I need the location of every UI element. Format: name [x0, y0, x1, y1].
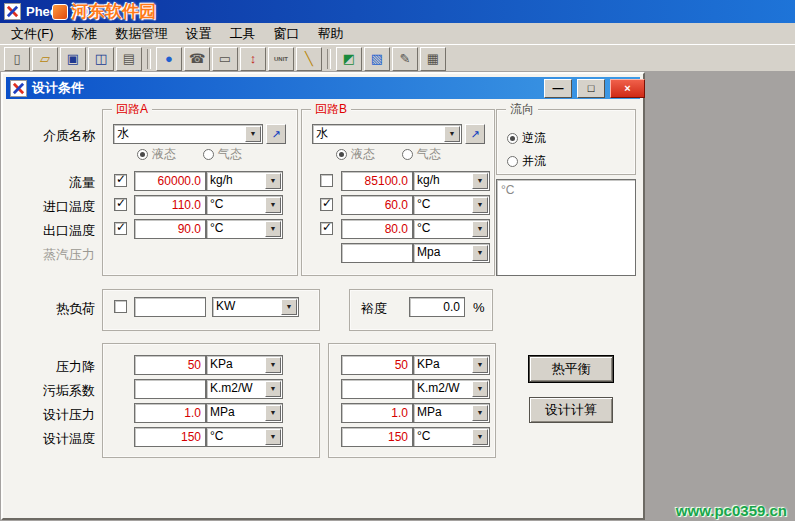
printer-icon[interactable]: ▦ — [420, 47, 446, 71]
chevron-down-icon[interactable] — [265, 405, 281, 421]
chevron-down-icon[interactable] — [265, 197, 281, 213]
toolbar-separator — [327, 49, 331, 69]
inlet-b-checkbox[interactable] — [320, 198, 333, 211]
chevron-down-icon[interactable] — [472, 221, 488, 237]
chevron-down-icon[interactable] — [472, 357, 488, 373]
design-pressure-b-unit-combobox[interactable]: MPa — [413, 403, 490, 423]
chevron-down-icon[interactable] — [472, 405, 488, 421]
state-liquid-b-radio[interactable]: 液态 — [336, 146, 375, 163]
design-pressure-a-unit-combobox[interactable]: MPa — [206, 403, 283, 423]
chevron-down-icon[interactable] — [472, 429, 488, 445]
margin-input[interactable] — [409, 297, 465, 317]
outlet-a-input[interactable] — [134, 219, 206, 239]
chevron-down-icon[interactable] — [444, 126, 460, 142]
balance-icon[interactable]: ↕ — [240, 47, 266, 71]
medium-b-combobox[interactable]: 水 — [312, 124, 462, 144]
heat-load-input[interactable] — [134, 297, 206, 317]
steam-pressure-b-unit-combobox[interactable]: Mpa — [413, 243, 490, 263]
chevron-down-icon[interactable] — [472, 381, 488, 397]
fouling-b-input[interactable] — [341, 379, 413, 399]
outlet-b-checkbox[interactable] — [320, 222, 333, 235]
chevron-down-icon[interactable] — [265, 173, 281, 189]
save-all-icon[interactable]: ◫ — [88, 47, 114, 71]
steam-pressure-b-input[interactable] — [341, 243, 413, 263]
card-icon[interactable]: ▭ — [212, 47, 238, 71]
menu-item-standard[interactable]: 标准 — [63, 23, 107, 45]
heat-load-unit-combobox[interactable]: KW — [212, 297, 299, 317]
unit-icon[interactable]: UNIT — [268, 47, 294, 71]
inlet-a-unit-combobox[interactable]: °C — [206, 195, 283, 215]
design-temp-a-input[interactable] — [134, 427, 206, 447]
new-icon[interactable]: ▯ — [4, 47, 30, 71]
menu-item-window[interactable]: 窗口 — [265, 23, 309, 45]
minimize-button[interactable]: — — [544, 79, 572, 98]
chevron-down-icon[interactable] — [265, 221, 281, 237]
phone-icon[interactable]: ☎ — [184, 47, 210, 71]
fouling-a-unit-combobox[interactable]: K.m2/W — [206, 379, 283, 399]
menu-item-file[interactable]: 文件(F) — [2, 23, 63, 45]
state-liquid-a-radio[interactable]: 液态 — [137, 146, 176, 163]
heat-balance-button[interactable]: 热平衡 — [529, 356, 613, 382]
flow-b-checkbox[interactable] — [320, 174, 333, 187]
chevron-down-icon[interactable] — [245, 126, 261, 142]
state-gas-b-radio[interactable]: 气态 — [402, 146, 441, 163]
design-pressure-b-input[interactable] — [341, 403, 413, 423]
outlet-b-input[interactable] — [341, 219, 413, 239]
menu-item-help[interactable]: 帮助 — [309, 23, 353, 45]
menu-item-tools[interactable]: 工具 — [221, 23, 265, 45]
chevron-down-icon[interactable] — [281, 299, 297, 315]
menu-item-settings[interactable]: 设置 — [177, 23, 221, 45]
design-temp-b-input[interactable] — [341, 427, 413, 447]
design-temp-a-unit: °C — [207, 428, 264, 446]
outlet-a-unit: °C — [207, 220, 264, 238]
flow-a-input[interactable] — [134, 171, 206, 191]
pressure-drop-b-input[interactable] — [341, 355, 413, 375]
save-icon[interactable]: ▣ — [60, 47, 86, 71]
design-temp-a-unit-combobox[interactable]: °C — [206, 427, 283, 447]
preview-icon[interactable]: ▤ — [116, 47, 142, 71]
flow-a-checkbox[interactable] — [114, 174, 127, 187]
wrench-icon[interactable]: ╲ — [296, 47, 322, 71]
chart-icon[interactable]: ▧ — [364, 47, 390, 71]
chevron-down-icon[interactable] — [472, 197, 488, 213]
medium-b-select-button[interactable]: ↗ — [465, 124, 485, 144]
chevron-down-icon[interactable] — [472, 245, 488, 261]
restore-button[interactable]: □ — [577, 79, 605, 98]
outlet-b-unit-combobox[interactable]: °C — [413, 219, 490, 239]
menu-item-data-management[interactable]: 数据管理 — [107, 23, 177, 45]
pressure-drop-a-input[interactable] — [134, 355, 206, 375]
close-icon: × — [624, 83, 630, 94]
dialog-titlebar[interactable]: 设计条件 — □ × — [6, 77, 640, 99]
chevron-down-icon[interactable] — [265, 381, 281, 397]
inlet-a-checkbox[interactable] — [114, 198, 127, 211]
state-gas-a-radio[interactable]: 气态 — [203, 146, 242, 163]
close-button[interactable]: × — [610, 79, 645, 98]
design-pressure-a-input[interactable] — [134, 403, 206, 423]
flow-b-input[interactable] — [341, 171, 413, 191]
pressure-drop-a-unit-combobox[interactable]: KPa — [206, 355, 283, 375]
outlet-a-checkbox[interactable] — [114, 222, 127, 235]
outlet-a-unit-combobox[interactable]: °C — [206, 219, 283, 239]
pressure-drop-b-unit-combobox[interactable]: KPa — [413, 355, 490, 375]
medium-a-select-button[interactable]: ↗ — [266, 124, 286, 144]
counter-flow-radio[interactable]: 逆流 — [507, 130, 546, 147]
design-calc-button[interactable]: 设计计算 — [529, 397, 613, 423]
inlet-b-input[interactable] — [341, 195, 413, 215]
inlet-a-input[interactable] — [134, 195, 206, 215]
medium-a-combobox[interactable]: 水 — [113, 124, 263, 144]
pen-icon[interactable]: ✎ — [392, 47, 418, 71]
chevron-down-icon[interactable] — [265, 357, 281, 373]
fouling-b-unit-combobox[interactable]: K.m2/W — [413, 379, 490, 399]
design-temp-b-unit-combobox[interactable]: °C — [413, 427, 490, 447]
open-icon[interactable]: ▱ — [32, 47, 58, 71]
chevron-down-icon[interactable] — [472, 173, 488, 189]
chevron-down-icon[interactable] — [265, 429, 281, 445]
inlet-b-unit-combobox[interactable]: °C — [413, 195, 490, 215]
water-drop-icon[interactable]: ● — [156, 47, 182, 71]
flow-a-unit-combobox[interactable]: kg/h — [206, 171, 283, 191]
palette-icon[interactable]: ◩ — [336, 47, 362, 71]
parallel-flow-radio[interactable]: 并流 — [507, 153, 546, 170]
flow-b-unit-combobox[interactable]: kg/h — [413, 171, 490, 191]
fouling-a-input[interactable] — [134, 379, 206, 399]
heat-load-checkbox[interactable] — [114, 300, 127, 313]
